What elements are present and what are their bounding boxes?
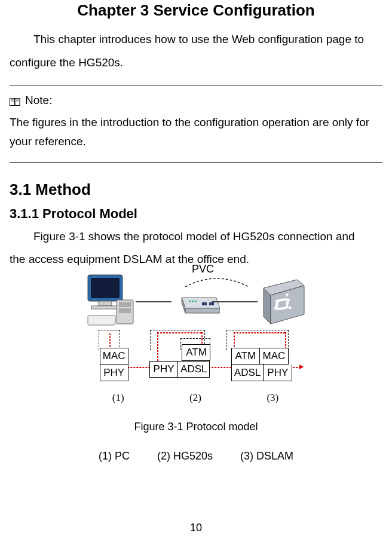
- svg-point-20: [192, 301, 194, 302]
- svg-rect-17: [202, 302, 207, 305]
- svg-rect-7: [91, 278, 120, 298]
- cell-adsl-3: ADSL: [231, 365, 264, 381]
- figure-3-1: PVC: [85, 272, 307, 463]
- section-heading-method: 3.1 Method: [10, 180, 382, 199]
- svg-rect-1: [15, 98, 20, 105]
- cell-atm-float: ATM: [182, 344, 210, 361]
- svg-rect-8: [99, 301, 112, 306]
- stack-pc: MAC PHY: [100, 348, 128, 381]
- svg-rect-18: [209, 302, 214, 305]
- svg-rect-9: [91, 306, 119, 309]
- svg-marker-14: [182, 298, 220, 308]
- stack-hg520s: ATM PHY ADSL: [149, 348, 210, 381]
- wire-modem-dslam: [212, 301, 258, 302]
- svg-rect-13: [88, 316, 115, 325]
- seq-2: (2): [189, 392, 201, 404]
- svg-point-21: [195, 301, 197, 302]
- intro-paragraph-line2: configure the HG520s.: [10, 54, 382, 71]
- svg-rect-11: [119, 302, 131, 307]
- cell-adsl-2: ADSL: [178, 361, 210, 378]
- note-label: Note:: [25, 94, 52, 107]
- sequence-row: (1) (2) (3): [85, 392, 307, 404]
- cell-phy-3: PHY: [264, 365, 292, 381]
- page-number: 10: [0, 522, 392, 534]
- cell-mac-3: MAC: [260, 348, 289, 365]
- wire-pc-modem: [136, 301, 172, 302]
- cell-phy: PHY: [100, 365, 128, 381]
- seq-3: (3): [267, 392, 278, 404]
- note-body: The figures in the introduction to the c…: [10, 113, 382, 152]
- figure-legend: (1) PC (2) HG520s (3) DSLAM: [85, 450, 307, 463]
- red-path-3: [157, 332, 201, 333]
- red-path-6: [234, 332, 285, 333]
- section-paragraph-line1: Figure 3-1 shows the protocol model of H…: [10, 228, 382, 245]
- svg-marker-15: [185, 308, 220, 313]
- pc-icon: [85, 272, 137, 326]
- cell-mac: MAC: [100, 348, 128, 365]
- svg-rect-12: [119, 308, 131, 313]
- svg-point-19: [189, 301, 191, 302]
- intro-paragraph-line1: This chapter introduces how to use the W…: [10, 30, 382, 48]
- legend-dslam: (3) DSLAM: [240, 450, 293, 463]
- legend-hg520s: (2) HG520s: [157, 450, 213, 463]
- protocol-stacks: MAC PHY ATM PHY ADSL ATM MAC ADSL PHY: [85, 348, 307, 381]
- svg-rect-0: [10, 98, 15, 105]
- chapter-title: Chapter 3 Service Configuration: [10, 1, 382, 20]
- book-icon: [10, 96, 20, 105]
- modem-icon: [178, 292, 220, 316]
- dslam-icon: [261, 277, 307, 326]
- stack-dslam: ATM MAC ADSL PHY: [231, 348, 292, 381]
- cell-phy-2: PHY: [149, 361, 178, 378]
- cell-atm-3: ATM: [231, 348, 260, 365]
- figure-caption: Figure 3-1 Protocol model: [85, 421, 307, 433]
- note-block: Note: The figures in the introduction to…: [10, 85, 382, 163]
- note-header: Note:: [10, 94, 382, 107]
- legend-pc: (1) PC: [99, 450, 130, 463]
- seq-1: (1): [112, 392, 124, 404]
- section-heading-protocol-model: 3.1.1 Protocol Model: [10, 206, 382, 222]
